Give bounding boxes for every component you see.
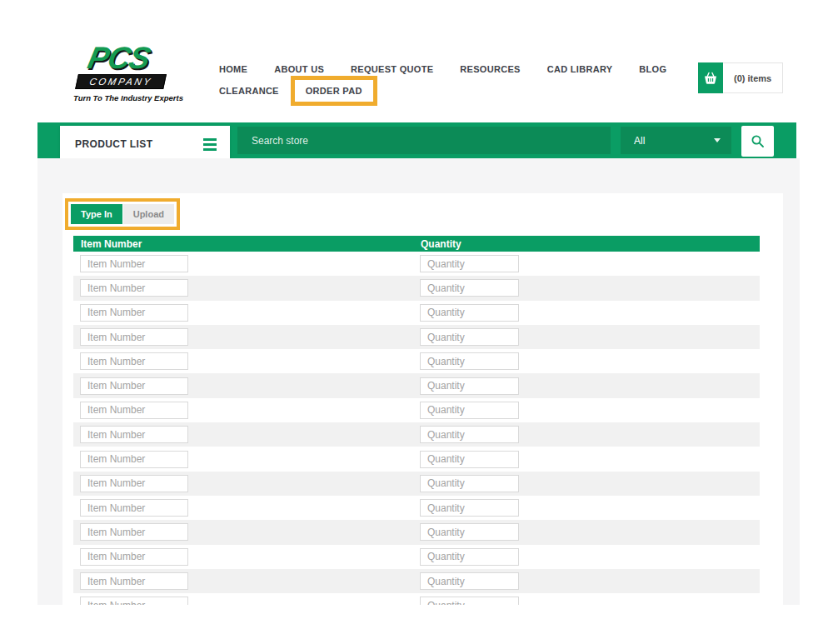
quantity-input[interactable] [420, 475, 519, 492]
item-number-input[interactable] [80, 304, 188, 322]
table-row [73, 373, 760, 397]
quantity-input[interactable] [420, 572, 519, 590]
quantity-input[interactable] [420, 523, 519, 541]
page-body: Type InUpload Item Number Quantity [37, 158, 800, 605]
item-number-input[interactable] [80, 352, 188, 370]
item-number-input[interactable] [80, 597, 188, 605]
item-number-input[interactable] [80, 402, 188, 419]
order-pad-card: Type InUpload Item Number Quantity [62, 193, 783, 605]
logo-mark: PCS COMPANY [75, 43, 173, 89]
nav-row-1: HOMEABOUT USREQUEST QUOTERESOURCESCAD LI… [219, 63, 666, 75]
item-number-input[interactable] [80, 572, 188, 590]
basket-icon [704, 72, 717, 84]
table-row [73, 569, 760, 593]
table-rows [73, 252, 760, 605]
item-number-input[interactable] [80, 328, 188, 346]
cart-button[interactable]: (0) items [698, 62, 783, 93]
chevron-down-icon [714, 138, 721, 142]
quantity-input[interactable] [420, 548, 519, 566]
quantity-input[interactable] [420, 328, 519, 346]
hamburger-icon [203, 138, 217, 151]
page: PCS COMPANY Turn To The Industry Experts… [0, 0, 833, 644]
quantity-input[interactable] [420, 451, 519, 468]
main-nav: HOMEABOUT USREQUEST QUOTERESOURCESCAD LI… [219, 63, 666, 97]
search-button[interactable] [741, 126, 774, 157]
table-row [73, 447, 760, 471]
nav-item-cad-library[interactable]: CAD LIBRARY [547, 64, 613, 74]
quantity-input[interactable] [420, 352, 519, 370]
nav-item-about-us[interactable]: ABOUT US [274, 64, 324, 74]
product-list-label: PRODUCT LIST [75, 138, 152, 150]
logo-company-text: COMPANY [75, 74, 167, 89]
quantity-input[interactable] [420, 402, 519, 419]
item-number-input[interactable] [80, 475, 188, 492]
magnifier-icon [751, 134, 765, 148]
column-header-quantity: Quantity [421, 238, 760, 250]
logo-tagline: Turn To The Industry Experts [73, 93, 183, 102]
item-number-input[interactable] [80, 255, 188, 272]
table-row [73, 398, 760, 422]
table-header-row: Item Number Quantity [73, 236, 760, 252]
quantity-input[interactable] [420, 304, 519, 322]
tab-upload[interactable]: Upload [123, 204, 174, 224]
item-number-input[interactable] [80, 426, 188, 443]
nav-row-2: CLEARANCEORDER PAD [219, 85, 666, 97]
table-row [73, 472, 760, 496]
quantity-input[interactable] [420, 377, 519, 395]
cart-count-label: (0) items [723, 62, 783, 93]
nav-item-request-quote[interactable]: REQUEST QUOTE [351, 64, 433, 74]
table-row [73, 422, 760, 447]
quantity-input[interactable] [420, 499, 519, 517]
nav-item-resources[interactable]: RESOURCES [460, 64, 520, 74]
item-number-input[interactable] [80, 548, 188, 566]
order-pad-table: Item Number Quantity [73, 236, 760, 605]
table-row [73, 520, 760, 544]
annotation-box-tabs: Type InUpload [65, 198, 180, 230]
nav-item-clearance[interactable]: CLEARANCE [219, 86, 279, 96]
table-row [73, 593, 760, 605]
item-number-input[interactable] [80, 377, 188, 395]
table-row [73, 349, 760, 373]
logo[interactable]: PCS COMPANY Turn To The Industry Experts [80, 43, 183, 102]
quantity-input[interactable] [420, 279, 519, 297]
quantity-input[interactable] [420, 255, 519, 272]
nav-item-home[interactable]: HOME [219, 64, 247, 74]
table-row [73, 252, 760, 276]
table-row [73, 496, 760, 520]
search-input[interactable] [237, 127, 611, 154]
item-number-input[interactable] [80, 499, 188, 517]
item-number-input[interactable] [80, 279, 188, 297]
table-row [73, 545, 760, 569]
table-row [73, 301, 760, 325]
quantity-input[interactable] [420, 426, 519, 443]
nav-item-blog[interactable]: BLOG [639, 64, 666, 74]
logo-pcs-text: PCS [78, 43, 173, 73]
category-select[interactable]: All [621, 127, 731, 154]
product-list-dropdown[interactable]: PRODUCT LIST [60, 126, 230, 162]
cart-icon-box [698, 62, 723, 93]
search-bar: PRODUCT LIST All [37, 122, 796, 158]
column-header-item-number: Item Number [73, 238, 421, 250]
tab-type-in[interactable]: Type In [71, 204, 122, 224]
nav-item-order-pad[interactable]: ORDER PAD [291, 76, 377, 106]
quantity-input[interactable] [420, 597, 519, 605]
category-selected-value: All [634, 135, 645, 147]
item-number-input[interactable] [80, 523, 188, 541]
item-number-input[interactable] [80, 451, 188, 468]
table-row [73, 276, 760, 300]
table-row [73, 325, 760, 349]
